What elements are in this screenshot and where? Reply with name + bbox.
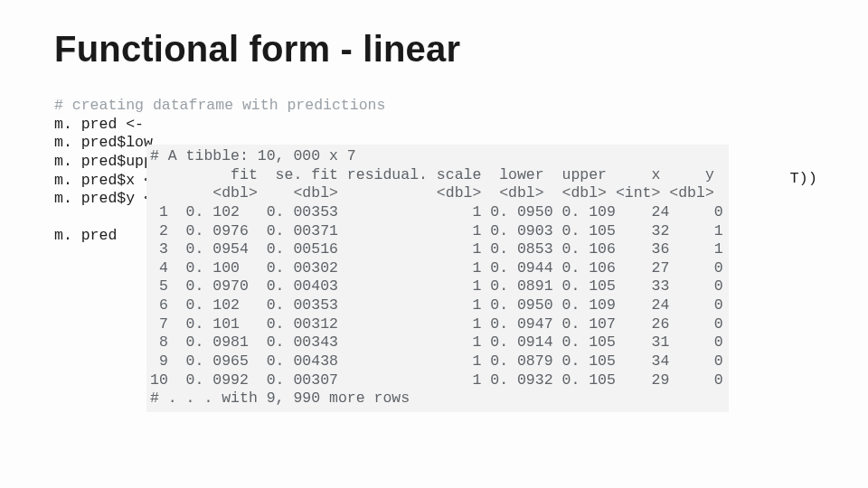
tibble-row: 9 0. 0965 0. 00438 1 0. 0879 0. 105 34 0 xyxy=(150,352,723,370)
tibble-row: 7 0. 101 0. 00312 1 0. 0947 0. 107 26 0 xyxy=(150,315,723,333)
slide: Functional form - linear # creating data… xyxy=(0,0,868,488)
tibble-row: 1 0. 102 0. 00353 1 0. 0950 0. 109 24 0 xyxy=(150,203,723,221)
tibble-row: 3 0. 0954 0. 00516 1 0. 0853 0. 106 36 1 xyxy=(150,240,723,258)
tibble-row: 8 0. 0981 0. 00343 1 0. 0914 0. 105 31 0 xyxy=(150,333,723,351)
code-line: m. pred$x < xyxy=(54,172,153,189)
code-line: m. pred <- xyxy=(54,116,144,133)
trailing-code-fragment: T)) xyxy=(789,170,817,187)
code-line: m. pred$low xyxy=(54,134,153,151)
tibble-row: 5 0. 0970 0. 00403 1 0. 0891 0. 105 33 0 xyxy=(150,277,723,295)
tibble-row: 6 0. 102 0. 00353 1 0. 0950 0. 109 24 0 xyxy=(150,296,723,314)
tibble-row: 2 0. 0976 0. 00371 1 0. 0903 0. 105 32 1 xyxy=(150,222,723,239)
tibble-row: 4 0. 100 0. 00302 1 0. 0944 0. 106 27 0 xyxy=(150,259,723,277)
tibble-output-box: # A tibble: 10, 000 x 7 fit se. fit resi… xyxy=(146,145,729,412)
code-line: m. pred$upp xyxy=(54,153,153,170)
code-line: m. pred xyxy=(54,227,117,244)
tibble-row: 10 0. 0992 0. 00307 1 0. 0932 0. 105 29 … xyxy=(150,371,723,389)
tibble-header: # A tibble: 10, 000 x 7 xyxy=(150,147,356,164)
tibble-footer: # . . . with 9, 990 more rows xyxy=(150,389,410,407)
tibble-colnames: fit se. fit residual. scale lower upper … xyxy=(150,166,714,183)
slide-title: Functional form - linear xyxy=(54,29,814,70)
code-comment: # creating dataframe with predictions xyxy=(54,97,385,114)
tibble-coltypes: <dbl> <dbl> <dbl> <dbl> <dbl> <int> <dbl… xyxy=(150,184,714,202)
code-line: m. pred$y < xyxy=(54,190,153,207)
